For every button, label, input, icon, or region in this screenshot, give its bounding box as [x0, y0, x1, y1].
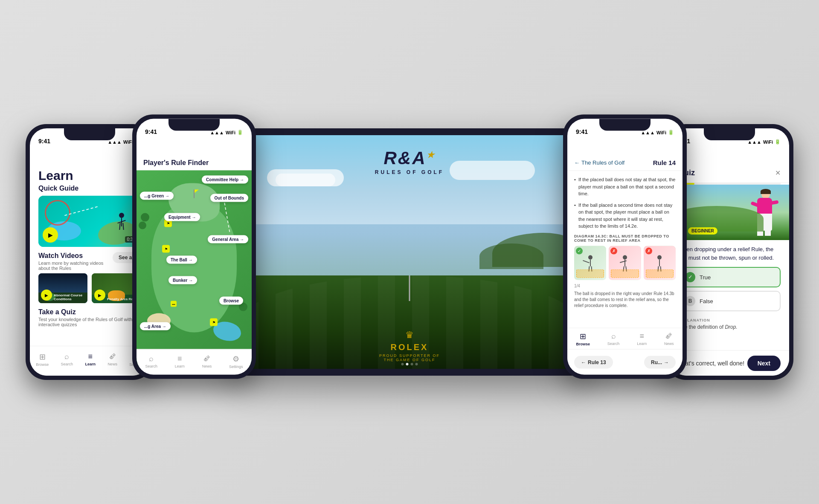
diagram-1: ✓: [574, 246, 606, 280]
the-ball-btn-label: The Ball →: [166, 256, 197, 264]
play-button[interactable]: ▶: [43, 227, 58, 243]
pin-flag: [195, 190, 199, 193]
quiz-options: ✓ True B False: [670, 267, 789, 311]
rule-learn-label: Learn: [637, 342, 647, 346]
rule-nav-search[interactable]: ⌕ Search: [607, 332, 620, 346]
finder-news-label: News: [202, 364, 212, 368]
other-rules-btn-label: Browse: [219, 297, 243, 305]
nav-learn[interactable]: ≡ Learn: [85, 352, 96, 366]
finder-time: 9:41: [145, 128, 157, 135]
nav-search[interactable]: ⌕ Search: [61, 352, 73, 366]
finder-learn-icon: ≡: [177, 354, 182, 363]
prev-rule-label: Rule 13: [588, 359, 606, 365]
true-option-text: True: [700, 274, 711, 281]
phone-learn-screen: 9:41 ▲▲▲ WiFi 🔋 Learn Quick Guide: [30, 128, 149, 376]
diagram-3: ✗: [644, 246, 676, 280]
leg-left: [119, 223, 120, 230]
rule-nav-news[interactable]: 🗞 News: [664, 332, 674, 346]
quick-guide-thumbnail[interactable]: ▶ 0:34: [38, 196, 141, 247]
finder-title: Player's Rule Finder: [143, 159, 245, 167]
quiz-option-true[interactable]: ✓ True: [678, 267, 781, 287]
explanation-text: See the definition of Drop.: [678, 324, 781, 330]
dot-2: [406, 363, 409, 365]
randa-logo: R&A★ RULES OF GOLF: [375, 148, 444, 175]
rule-nav-browse[interactable]: ⊞ Browse: [576, 331, 590, 346]
diagram2-badge: ✗: [610, 247, 617, 254]
rule-search-label: Search: [607, 342, 620, 346]
rule-news-label: News: [664, 342, 674, 346]
rule-top-nav: ⊞ Browse ⌕ Search ≡ Learn 🗞 News: [567, 328, 682, 349]
btn-other-rules[interactable]: Browse: [219, 297, 243, 305]
false-option-text: False: [700, 298, 713, 304]
video-thumbs: ▶ Abnormal Course Conditions ▶ Penalty A…: [38, 273, 141, 303]
phone-rule-screen: 9:41 ▲▲▲ WiFi 🔋 ← The Rules of Golf Rule…: [567, 119, 682, 375]
rule-browse-icon: ⊞: [580, 331, 586, 341]
quiz-header: Quiz ✕: [670, 147, 789, 183]
phone-rule: 9:41 ▲▲▲ WiFi 🔋 ← The Rules of Golf Rule…: [563, 115, 687, 379]
news-label: News: [107, 362, 117, 366]
next-arrow-icon: →: [664, 359, 669, 365]
rule-bullet-1: If the placed ball does not stay at that…: [574, 176, 676, 197]
marker2-icon: ⚑: [162, 245, 170, 253]
vt1-label: Abnormal Course Conditions: [54, 293, 86, 301]
tree1: [141, 213, 149, 222]
rolex-tagline: PROUD SUPPORTER OFTHE GAME OF GOLF: [379, 353, 440, 362]
quiz-explanation: EXPLANATION See the definition of Drop.: [670, 315, 789, 330]
nav-news[interactable]: 🗞 News: [107, 352, 117, 366]
next-rule-label: Ru...: [651, 359, 662, 365]
scene: R&A★ RULES OF GOLF: [0, 0, 819, 504]
bunker-btn-label: Bunker →: [168, 276, 197, 284]
rule-number: Rule 14: [653, 159, 676, 166]
finder-nav-search[interactable]: ⌕ Search: [145, 354, 157, 368]
tablet-sky: R&A★ RULES OF GOLF: [241, 135, 578, 275]
finder-nav-settings[interactable]: ⚙ Settings: [229, 354, 243, 368]
finder-settings-icon: ⚙: [232, 354, 239, 363]
quiz-option-false[interactable]: B False: [678, 291, 781, 311]
quiz-wifi-icon: WiFi: [763, 139, 773, 145]
next-rule-btn[interactable]: Ru... →: [644, 356, 676, 368]
rule-back-btn[interactable]: ← The Rules of Golf: [574, 159, 624, 166]
btn-the-ball[interactable]: The Ball →: [166, 256, 197, 264]
watch-videos-row: Watch Videos Learn more by watching vide…: [38, 252, 141, 271]
quiz-image: 1/6 BEGINNER: [670, 185, 789, 240]
watch-videos-info: Watch Videos Learn more by watching vide…: [38, 252, 113, 271]
nav-browse[interactable]: ⊞ Browse: [36, 352, 49, 367]
btn-equipment[interactable]: Equipment →: [164, 213, 200, 221]
golfer-legs: [115, 223, 128, 230]
quiz-signal-icon: ▲▲▲: [747, 139, 761, 145]
take-quiz-title: Take a Quiz: [38, 308, 141, 316]
cloud2: [276, 174, 335, 186]
btn-out-of-bounds[interactable]: Out of Bounds: [210, 194, 248, 202]
btn-penalty-area[interactable]: ...g Area →: [140, 322, 171, 330]
rule-nav-learn[interactable]: ≡ Learn: [637, 332, 647, 346]
quiz-question: When dropping under a relief Rule, the b…: [670, 240, 789, 267]
rule-search-icon: ⌕: [611, 332, 616, 341]
signal-icon: ▲▲▲: [107, 139, 122, 145]
tablet: R&A★ RULES OF GOLF: [235, 128, 584, 376]
d3-body: [659, 259, 660, 266]
phone-finder-screen: 9:41 ▲▲▲ WiFi 🔋 Player's Rule Finder: [136, 119, 252, 375]
phone-quiz-screen: 9:41 ▲▲▲ WiFi 🔋 Quiz ✕: [670, 128, 789, 376]
finder-nav-news[interactable]: 🗞 News: [202, 354, 212, 368]
learn-nav-label: Learn: [85, 362, 96, 366]
qg-leg-r: [765, 227, 771, 236]
btn-green[interactable]: ...g Green →: [140, 192, 174, 200]
quiz-close-btn[interactable]: ✕: [775, 169, 781, 177]
learn-time: 9:41: [38, 138, 50, 145]
btn-committee[interactable]: Committee Help →: [202, 176, 248, 184]
rolex-section: ♛ ROLEX PROUD SUPPORTER OFTHE GAME OF GO…: [379, 330, 440, 362]
btn-bunker[interactable]: Bunker →: [168, 276, 197, 284]
finder-learn-label: Learn: [175, 364, 185, 368]
d1-head: [588, 255, 592, 259]
finder-nav-learn[interactable]: ≡ Learn: [175, 354, 185, 368]
prev-rule-btn[interactable]: ← Rule 13: [574, 356, 613, 368]
vt2-play-btn[interactable]: ▶: [94, 290, 105, 301]
next-button[interactable]: Next: [747, 356, 781, 371]
btn-general-area[interactable]: General Area →: [208, 235, 248, 243]
leg-right: [122, 223, 124, 230]
video-thumb-1[interactable]: ▶ Abnormal Course Conditions: [38, 273, 87, 303]
dot-3: [411, 363, 413, 365]
watch-videos-desc: Learn more by watching videos about the …: [38, 261, 113, 271]
finder-search-label: Search: [145, 364, 157, 368]
vt1-play-btn[interactable]: ▶: [41, 290, 52, 301]
